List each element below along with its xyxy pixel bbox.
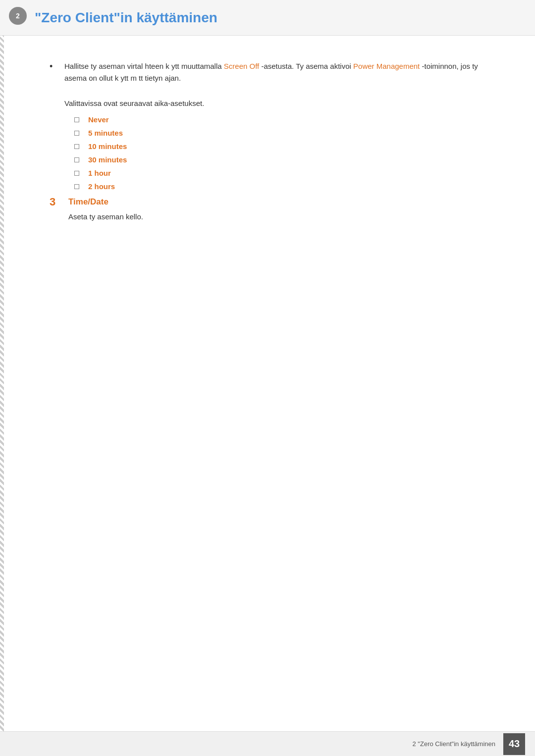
list-item: 30 minutes — [74, 155, 485, 164]
list-item: 2 hours — [74, 182, 485, 191]
sub-bullet-icon — [74, 171, 79, 176]
screen-off-label: Screen Off — [224, 62, 259, 70]
numbered-section: 3 Time/Date — [50, 196, 485, 208]
main-content: • Hallitse ty aseman virtal hteen k ytt … — [30, 36, 505, 731]
bullet-dot: • — [50, 61, 59, 72]
section-title: Time/Date — [68, 196, 108, 207]
sub-bullet-icon — [74, 131, 79, 136]
left-decorative-stripe — [0, 0, 4, 756]
sub-bullet-icon — [74, 157, 79, 162]
sub-item-label: 30 minutes — [88, 155, 127, 164]
footer-bar: 2 "Zero Client"in käyttäminen 43 — [0, 731, 535, 756]
sub-bullet-icon — [74, 184, 79, 189]
page-number: 43 — [503, 733, 525, 755]
section-number: 3 — [50, 196, 61, 208]
bullet-text-before: Hallitse ty aseman virtal hteen k ytt mu… — [64, 62, 224, 70]
list-item: Never — [74, 115, 485, 124]
power-management-label: Power Management — [353, 62, 420, 70]
section-body: Aseta ty aseman kello. — [68, 212, 485, 221]
list-item: 10 minutes — [74, 142, 485, 151]
sub-list-intro: Valittavissa ovat seuraavat aika-asetuks… — [64, 99, 485, 107]
bullet-paragraph: • Hallitse ty aseman virtal hteen k ytt … — [50, 60, 485, 84]
bullet-text-between: -asetusta. Ty asema aktivoi — [259, 62, 353, 70]
sub-item-label: 1 hour — [88, 169, 111, 177]
sub-item-label: 10 minutes — [88, 142, 127, 151]
sub-item-label: Never — [88, 115, 109, 124]
bullet-text: Hallitse ty aseman virtal hteen k ytt mu… — [64, 60, 485, 84]
sub-bullet-icon — [74, 117, 79, 122]
footer-text: 2 "Zero Client"in käyttäminen — [413, 740, 495, 748]
page-header: 2 "Zero Client"in käyttäminen — [0, 0, 535, 36]
sub-bullet-icon — [74, 144, 79, 149]
list-item: 5 minutes — [74, 129, 485, 137]
sub-item-label: 2 hours — [88, 182, 115, 191]
sub-item-label: 5 minutes — [88, 129, 123, 137]
list-item: 1 hour — [74, 169, 485, 177]
sub-list-container: Valittavissa ovat seuraavat aika-asetuks… — [64, 99, 485, 191]
page-title: "Zero Client"in käyttäminen — [35, 10, 217, 26]
chapter-icon: 2 — [9, 7, 27, 25]
